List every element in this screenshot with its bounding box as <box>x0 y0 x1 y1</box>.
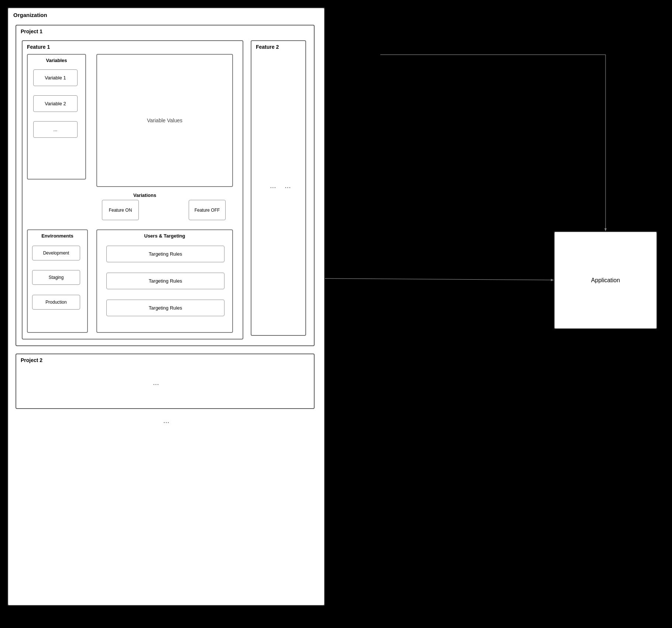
project1-box: Project 1 Feature 1 Variables Variable 1… <box>16 25 315 346</box>
feature1-label: Feature 1 <box>27 44 50 50</box>
feature2-dots2: ... <box>285 181 291 190</box>
variable-values-box: Variable Values <box>96 54 233 187</box>
targeting-rule-2: Targeting Rules <box>106 273 224 289</box>
env-staging-item: Staging <box>32 270 80 285</box>
variable-2-item: Variable 2 <box>33 95 78 112</box>
organization-label: Organization <box>13 12 47 18</box>
environments-box: Environments Development Staging Product… <box>27 229 88 333</box>
variable-values-label: Variable Values <box>147 117 182 123</box>
variables-label: Variables <box>46 58 67 63</box>
targeting-rule-1: Targeting Rules <box>106 246 224 262</box>
targeting-box: Users & Targeting Targeting Rules Target… <box>96 229 233 333</box>
variation-off-box: Feature OFF <box>189 200 226 220</box>
env-development-item: Development <box>32 246 80 260</box>
application-box: Application <box>554 231 657 329</box>
variable-dots-item: ... <box>33 121 78 138</box>
targeting-label: Users & Targeting <box>144 233 185 239</box>
project2-dots: ... <box>153 378 159 387</box>
environments-label: Environments <box>41 233 73 239</box>
project2-box: Project 2 ... <box>16 354 315 409</box>
env-production-item: Production <box>32 295 80 310</box>
bottom-dots: ... <box>163 416 169 425</box>
variation-on-box: Feature ON <box>102 200 139 220</box>
targeting-rule-3: Targeting Rules <box>106 300 224 316</box>
project2-label: Project 2 <box>21 357 42 363</box>
feature2-box: Feature 2 ... ... <box>251 40 306 336</box>
main-canvas: Organization Project 1 Feature 1 Variabl… <box>0 0 672 628</box>
organization-box: Organization Project 1 Feature 1 Variabl… <box>7 7 325 606</box>
application-label: Application <box>591 277 620 284</box>
variables-box: Variables Variable 1 Variable 2 ... <box>27 54 86 180</box>
project1-label: Project 1 <box>21 28 42 34</box>
feature1-box: Feature 1 Variables Variable 1 Variable … <box>22 40 243 339</box>
feature2-dots1: ... <box>270 181 276 190</box>
variable-1-item: Variable 1 <box>33 69 78 86</box>
variations-label: Variations <box>133 192 156 198</box>
feature2-label: Feature 2 <box>256 44 279 50</box>
variations-area: Variations Feature ON Feature OFF <box>96 192 233 226</box>
